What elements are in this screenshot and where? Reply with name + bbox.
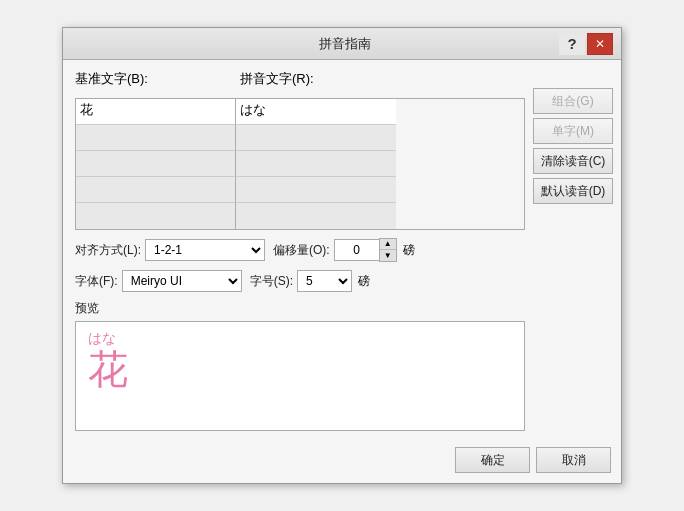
ok-button[interactable]: 确定	[455, 447, 530, 473]
cancel-button[interactable]: 取消	[536, 447, 611, 473]
fontsize-label: 字号(S):	[250, 273, 293, 290]
bottom-row: 确定 取消	[63, 441, 621, 483]
base-cell-2[interactable]	[76, 151, 236, 177]
text-table: 花 はな	[75, 98, 525, 230]
align-select[interactable]: 1-2-1 居中 左对齐 右对齐 分散	[145, 239, 265, 261]
preview-section: 预览 はな 花	[75, 300, 525, 431]
preview-label: 预览	[75, 300, 525, 317]
settings-row-1: 对齐方式(L): 1-2-1 居中 左对齐 右对齐 分散 偏移量(O): ▲	[75, 238, 525, 262]
table-row	[76, 151, 524, 177]
close-button[interactable]: ✕	[587, 33, 613, 55]
help-button[interactable]: ?	[559, 33, 585, 55]
fontsize-group: 字号(S): 5 6 7 8 9 10 磅	[250, 270, 370, 292]
phonetic-text-label: 拼音文字(R):	[240, 70, 525, 88]
offset-spinner-buttons: ▲ ▼	[379, 238, 397, 262]
default-button[interactable]: 默认读音(D)	[533, 178, 613, 204]
font-label: 字体(F):	[75, 273, 118, 290]
settings-row-2: 字体(F): Meiryo UI Arial SimSun 字号(S): 5 6…	[75, 270, 525, 292]
base-label-text: 基准文字(B):	[75, 71, 148, 86]
base-text-label: 基准文字(B):	[75, 70, 240, 88]
base-cell-3[interactable]	[76, 177, 236, 203]
phonetic-cell-3[interactable]	[236, 177, 396, 203]
preview-phonetic-text: はな	[88, 330, 116, 347]
dialog-container: 拼音指南 ? ✕ 基准文字(B): 拼音文字(R): 花	[62, 27, 622, 484]
phonetic-cell-0[interactable]: はな	[236, 99, 396, 125]
offset-up-button[interactable]: ▲	[380, 239, 396, 250]
align-label: 对齐方式(L):	[75, 242, 141, 259]
column-labels: 基准文字(B): 拼音文字(R):	[75, 70, 525, 88]
font-select[interactable]: Meiryo UI Arial SimSun	[122, 270, 242, 292]
table-row	[76, 177, 524, 203]
title-bar: 拼音指南 ? ✕	[63, 28, 621, 60]
offset-down-button[interactable]: ▼	[380, 250, 396, 261]
offset-unit: 磅	[403, 242, 415, 259]
phonetic-cell-1[interactable]	[236, 125, 396, 151]
offset-label: 偏移量(O):	[273, 242, 330, 259]
table-row: 花 はな	[76, 99, 524, 125]
offset-input[interactable]	[334, 239, 379, 261]
dialog-body: 基准文字(B): 拼音文字(R): 花 はな	[63, 60, 621, 441]
dialog-title: 拼音指南	[131, 35, 559, 53]
phonetic-label-text: 拼音文字(R):	[240, 71, 314, 86]
main-content: 基准文字(B): 拼音文字(R): 花 はな	[75, 70, 525, 431]
table-row	[76, 203, 524, 229]
base-cell-0[interactable]: 花	[76, 99, 236, 125]
font-group: 字体(F): Meiryo UI Arial SimSun	[75, 270, 242, 292]
table-row	[76, 125, 524, 151]
offset-spinner-wrapper: ▲ ▼	[334, 238, 397, 262]
fontsize-unit: 磅	[358, 273, 370, 290]
base-cell-1[interactable]	[76, 125, 236, 151]
phonetic-cell-4[interactable]	[236, 203, 396, 229]
align-group: 对齐方式(L): 1-2-1 居中 左对齐 右对齐 分散	[75, 239, 265, 261]
side-buttons: 组合(G) 单字(M) 清除读音(C) 默认读音(D)	[533, 70, 613, 431]
offset-group: 偏移量(O): ▲ ▼ 磅	[273, 238, 415, 262]
preview-box: はな 花	[75, 321, 525, 431]
phonetic-cell-2[interactable]	[236, 151, 396, 177]
base-cell-4[interactable]	[76, 203, 236, 229]
combine-button[interactable]: 组合(G)	[533, 88, 613, 114]
preview-content: はな 花	[88, 330, 128, 391]
title-buttons: ? ✕	[559, 33, 613, 55]
preview-base-text: 花	[88, 347, 128, 391]
fontsize-select[interactable]: 5 6 7 8 9 10	[297, 270, 352, 292]
single-button[interactable]: 单字(M)	[533, 118, 613, 144]
clear-button[interactable]: 清除读音(C)	[533, 148, 613, 174]
